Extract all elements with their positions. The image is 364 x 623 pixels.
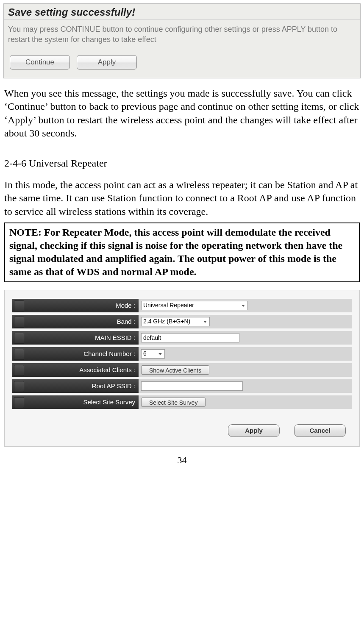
channel-select[interactable]: 6 (141, 349, 165, 359)
band-select[interactable]: 2.4 GHz (B+G+N) (141, 317, 210, 326)
apply-button-top[interactable]: Apply (77, 55, 137, 70)
save-success-title: Save setting successfully! (4, 4, 360, 20)
row-channel: Channel Number : 6 (12, 347, 352, 361)
cell-channel: 6 (139, 347, 352, 361)
root-ssid-input[interactable] (141, 381, 243, 391)
row-clients: Associated Clients : Show Active Clients (12, 363, 352, 377)
essid-input[interactable] (141, 333, 239, 342)
apply-button[interactable]: Apply (228, 424, 280, 437)
label-mode: Mode : (12, 299, 139, 312)
note-box: NOTE: For Repeater Mode, this access poi… (4, 222, 360, 282)
label-survey: Select Site Survey (12, 395, 139, 409)
cell-mode: Universal Repeater (139, 299, 352, 312)
row-essid: MAIN ESSID : (12, 331, 352, 345)
row-root: Root AP SSID : (12, 379, 352, 393)
repeater-form-panel: Mode : Universal Repeater Band : 2.4 GHz… (4, 290, 360, 447)
save-success-panel: Save setting successfully! You may press… (3, 3, 361, 78)
panel1-button-row: Continue Apply (4, 45, 360, 70)
label-clients: Associated Clients : (12, 363, 139, 377)
continue-button[interactable]: Continue (10, 55, 70, 70)
cell-band: 2.4 GHz (B+G+N) (139, 315, 352, 328)
cell-clients: Show Active Clients (139, 363, 352, 377)
cell-essid (139, 331, 352, 345)
cell-survey: Select Site Survey (139, 395, 352, 409)
label-root: Root AP SSID : (12, 379, 139, 393)
label-band: Band : (12, 315, 139, 328)
mode-select[interactable]: Universal Repeater (141, 301, 248, 310)
row-band: Band : 2.4 GHz (B+G+N) (12, 315, 352, 328)
cell-root (139, 379, 352, 393)
paragraph-save-explain: When you see this message, the settings … (4, 87, 360, 140)
show-active-clients-button[interactable]: Show Active Clients (141, 365, 209, 375)
site-survey-button[interactable]: Select Site Survey (141, 398, 206, 407)
page-number: 34 (3, 454, 361, 467)
label-essid: MAIN ESSID : (12, 331, 139, 345)
label-channel: Channel Number : (12, 347, 139, 361)
cancel-button[interactable]: Cancel (294, 424, 346, 437)
form-bottom-buttons: Apply Cancel (12, 412, 352, 440)
section-heading: 2-4-6 Universal Repeater (4, 157, 360, 170)
save-success-body: You may press CONTINUE button to continu… (4, 20, 360, 45)
row-mode: Mode : Universal Repeater (12, 299, 352, 312)
row-survey: Select Site Survey Select Site Survey (12, 395, 352, 409)
paragraph-repeater-desc: In this mode, the access point can act a… (4, 178, 360, 218)
